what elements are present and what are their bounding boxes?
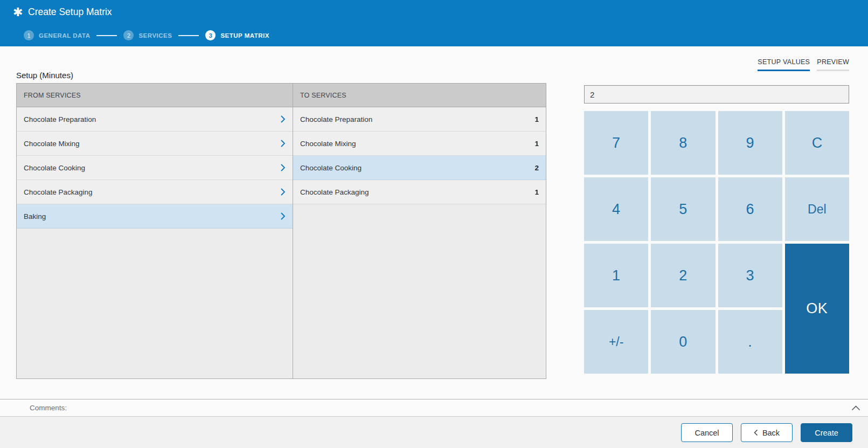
collapse-comments-button[interactable]: [851, 404, 860, 412]
chevron-left-icon: [754, 429, 758, 436]
key-delete[interactable]: Del: [785, 177, 849, 241]
key-5[interactable]: 5: [651, 177, 715, 241]
to-services-header: TO SERVICES: [293, 84, 546, 107]
chevron-right-icon: [280, 115, 286, 123]
key-6[interactable]: 6: [718, 177, 782, 241]
asterisk-icon: ✱: [13, 5, 23, 19]
key-ok[interactable]: OK: [785, 244, 849, 374]
key-1[interactable]: 1: [584, 244, 648, 307]
key-4[interactable]: 4: [584, 177, 648, 241]
step-setup-matrix[interactable]: 3 SETUP MATRIX: [205, 30, 269, 40]
step-1-label: GENERAL DATA: [39, 32, 90, 39]
key-7[interactable]: 7: [584, 111, 648, 175]
comments-label: Comments:: [30, 404, 67, 412]
step-3-label: SETUP MATRIX: [220, 32, 269, 39]
chevron-right-icon: [280, 188, 286, 196]
footer-buttons: Cancel Back Create: [681, 423, 852, 442]
to-service-row-selected[interactable]: Chocolate Cooking 2: [293, 156, 546, 180]
to-service-value: 1: [534, 115, 539, 123]
from-service-row[interactable]: Chocolate Cooking: [17, 156, 293, 180]
step-1-circle: 1: [24, 30, 34, 40]
chevron-right-icon: [280, 139, 286, 148]
step-2-label: SERVICES: [138, 32, 172, 39]
key-9[interactable]: 9: [718, 111, 782, 175]
from-service-label: Baking: [24, 212, 46, 220]
back-button-label: Back: [762, 429, 780, 437]
step-services[interactable]: 2 SERVICES: [123, 30, 172, 40]
from-service-row[interactable]: Chocolate Mixing: [17, 132, 293, 156]
numeric-keypad: 7 8 9 C 4 5 6 Del 1 2 3 OK +/- 0 .: [584, 111, 849, 374]
key-clear[interactable]: C: [785, 111, 849, 175]
step-connector: [96, 35, 117, 36]
step-general-data[interactable]: 1 GENERAL DATA: [24, 30, 90, 40]
cancel-button-label: Cancel: [695, 429, 719, 437]
to-service-label: Chocolate Preparation: [300, 115, 372, 123]
to-service-row[interactable]: Chocolate Preparation 1: [293, 107, 546, 132]
setup-value-input[interactable]: [584, 85, 849, 104]
chevron-up-icon: [851, 405, 860, 411]
key-3[interactable]: 3: [718, 244, 782, 307]
cancel-button[interactable]: Cancel: [681, 423, 733, 442]
wizard-step-indicator: 1 GENERAL DATA 2 SERVICES 3 SETUP MATRIX: [24, 30, 269, 40]
step-connector: [178, 35, 199, 36]
to-service-value: 2: [534, 164, 539, 172]
create-setup-matrix-window: ✱ Create Setup Matrix 1 GENERAL DATA 2 S…: [0, 0, 868, 448]
wizard-header: ✱ Create Setup Matrix 1 GENERAL DATA 2 S…: [0, 0, 868, 46]
from-service-row[interactable]: Chocolate Packaging: [17, 180, 293, 204]
key-0[interactable]: 0: [651, 310, 715, 374]
step-2-circle: 2: [123, 30, 134, 40]
back-button[interactable]: Back: [741, 423, 793, 442]
page-title: Create Setup Matrix: [28, 6, 112, 18]
to-service-label: Chocolate Cooking: [300, 164, 362, 172]
from-service-row-selected[interactable]: Baking: [17, 204, 293, 229]
from-service-label: Chocolate Cooking: [24, 164, 85, 172]
key-plus-minus[interactable]: +/-: [584, 310, 648, 374]
comments-bar: Comments:: [0, 399, 868, 417]
to-service-row[interactable]: Chocolate Packaging 1: [293, 180, 546, 204]
tab-preview[interactable]: PREVIEW: [817, 58, 849, 71]
to-service-value: 1: [534, 140, 539, 148]
right-panel-tabs: SETUP VALUES PREVIEW: [758, 58, 849, 71]
setup-matrix-table: FROM SERVICES Chocolate Preparation Choc…: [16, 83, 546, 379]
from-service-row[interactable]: Chocolate Preparation: [17, 107, 293, 132]
to-service-label: Chocolate Mixing: [300, 140, 356, 148]
to-service-value: 1: [534, 188, 539, 196]
create-button[interactable]: Create: [801, 423, 852, 442]
chevron-right-icon: [280, 163, 286, 172]
step-3-circle: 3: [205, 30, 216, 40]
tab-setup-values[interactable]: SETUP VALUES: [758, 58, 810, 71]
to-services-column: TO SERVICES Chocolate Preparation 1 Choc…: [293, 84, 546, 378]
create-button-label: Create: [815, 429, 838, 437]
to-service-row[interactable]: Chocolate Mixing 1: [293, 132, 546, 156]
key-8[interactable]: 8: [651, 111, 715, 175]
setup-minutes-label: Setup (Minutes): [16, 71, 73, 80]
from-service-label: Chocolate Mixing: [24, 140, 80, 148]
key-decimal[interactable]: .: [718, 310, 782, 374]
from-service-label: Chocolate Preparation: [24, 115, 96, 123]
to-service-label: Chocolate Packaging: [300, 188, 369, 196]
key-2[interactable]: 2: [651, 244, 715, 307]
from-service-label: Chocolate Packaging: [24, 188, 93, 196]
from-services-column: FROM SERVICES Chocolate Preparation Choc…: [17, 84, 293, 378]
chevron-right-icon: [280, 212, 286, 220]
from-services-header: FROM SERVICES: [17, 84, 293, 107]
footer-bar: Cancel Back Create: [0, 417, 868, 448]
